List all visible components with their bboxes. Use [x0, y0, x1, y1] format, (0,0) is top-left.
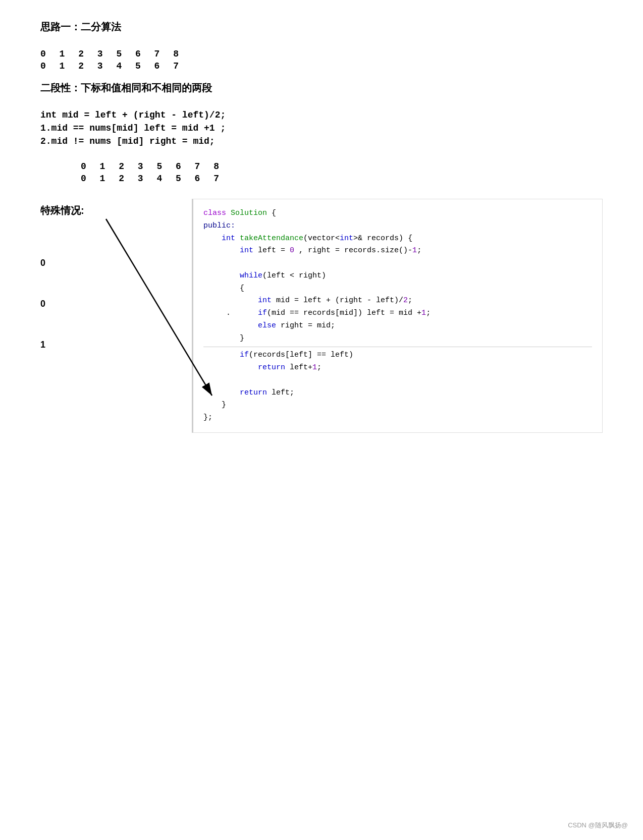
index-row2-2: 0 1 2 3 4 5 6 7 — [81, 174, 603, 184]
code-line-3: int takeAttendance(vector<int>& records)… — [203, 233, 592, 245]
formulas-block: int mid = left + (right - left)/2; 1.mid… — [40, 110, 603, 146]
diagram-area: 特殊情况: 0 0 1 — [40, 199, 603, 501]
code-divider — [203, 347, 592, 347]
code-line-12: if(records[left] == left) — [203, 349, 592, 362]
watermark: CSDN @随风飘扬@ — [568, 821, 628, 830]
code-line-2: public: — [203, 220, 592, 233]
code-line-13: return left+1; — [203, 362, 592, 374]
value-0a: 0 — [40, 258, 45, 268]
code-line-11: } — [203, 332, 592, 345]
code-container: class Solution { public: int takeAttenda… — [192, 199, 603, 501]
code-line-9: . if(mid == records[mid]) left = mid +1; — [203, 307, 592, 320]
arrow-svg — [101, 214, 232, 406]
code-line-10: else right = mid; — [203, 320, 592, 332]
code-line-7: { — [203, 283, 592, 295]
code-line-1: class Solution { — [203, 207, 592, 220]
code-block: class Solution { public: int takeAttenda… — [192, 199, 603, 433]
index-row1-1: 0 1 2 3 5 6 7 8 — [40, 49, 603, 59]
left-panel: 特殊情况: 0 0 1 — [40, 199, 182, 501]
svg-line-1 — [106, 219, 212, 396]
main-container: 思路一：二分算法 0 1 2 3 5 6 7 8 0 1 2 3 4 5 6 7… — [40, 20, 603, 501]
code-line-15: return left; — [203, 387, 592, 400]
code-line-14 — [203, 374, 592, 387]
value-0b: 0 — [40, 299, 45, 309]
index-block-2: 0 1 2 3 5 6 7 8 0 1 2 3 4 5 6 7 — [81, 161, 603, 184]
formula-1: int mid = left + (right - left)/2; — [40, 110, 603, 120]
code-line-17: }; — [203, 412, 592, 424]
code-line-6: while(left < right) — [203, 270, 592, 283]
formula-3: 2.mid != nums [mid] right = mid; — [40, 136, 603, 146]
index-row1-2: 0 1 2 3 4 5 6 7 — [40, 61, 603, 71]
code-line-5 — [203, 257, 592, 270]
value-1: 1 — [40, 340, 45, 350]
main-title: 思路一：二分算法 — [40, 20, 603, 34]
section-title: 思路一：二分算法 — [40, 20, 603, 34]
code-line-4: int left = 0 , right = records.size()-1; — [203, 245, 592, 257]
formula-2: 1.mid == nums[mid] left = mid +1 ; — [40, 123, 603, 133]
code-line-8: int mid = left + (right - left)/2; — [203, 295, 592, 307]
seg-title: 二段性：下标和值相同和不相同的两段 — [40, 81, 603, 95]
index-row2-1: 0 1 2 3 5 6 7 8 — [81, 161, 603, 172]
section-2seg: 二段性：下标和值相同和不相同的两段 — [40, 81, 603, 95]
code-line-16: } — [203, 399, 592, 412]
index-block-1: 0 1 2 3 5 6 7 8 0 1 2 3 4 5 6 7 — [40, 49, 603, 71]
